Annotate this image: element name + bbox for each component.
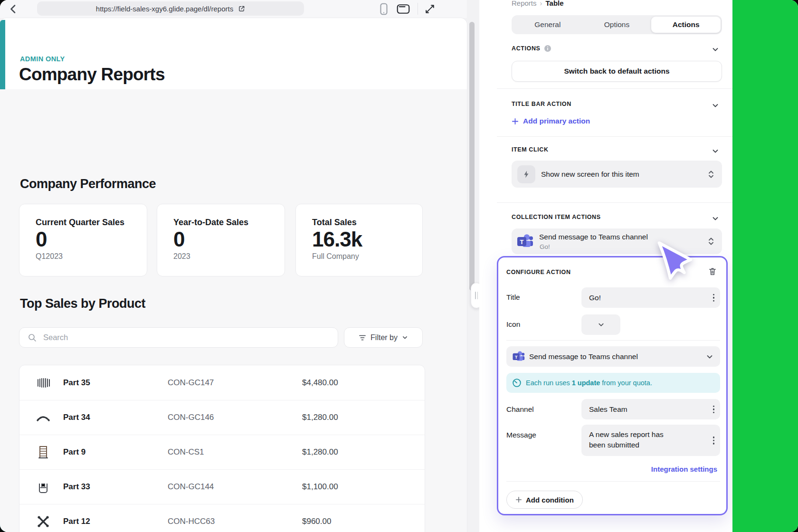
search-input[interactable] xyxy=(42,332,308,342)
quota-banner: Each run uses 1 update from your quota. xyxy=(506,373,720,393)
phone-preview-button[interactable] xyxy=(380,3,388,15)
search-bar[interactable] xyxy=(19,327,338,348)
teams-logo-icon: T xyxy=(512,350,525,363)
configure-action-label: CONFIGURE ACTION xyxy=(506,269,571,276)
product-name: Part 35 xyxy=(63,378,90,388)
app-window: https://field-sales-xgy6.glide.page/dl/r… xyxy=(0,0,798,532)
table-row[interactable]: Part 9 CON-CS1 $1,280.00 xyxy=(19,435,425,469)
plus-icon xyxy=(515,496,522,503)
info-icon[interactable] xyxy=(544,45,551,52)
quota-prefix: Each run uses xyxy=(526,379,570,387)
kpi-card-ytd: Year-to-Date Sales 0 2023 xyxy=(157,204,285,276)
filter-by-label: Filter by xyxy=(370,333,398,342)
phone-icon xyxy=(380,3,388,15)
title-bar-action-label: TITLE BAR ACTION xyxy=(512,101,571,107)
url-bar[interactable]: https://field-sales-xgy6.glide.page/dl/r… xyxy=(37,1,304,16)
product-thumb-rack-icon xyxy=(34,443,53,462)
table-row[interactable]: Part 35 CON-GC147 $4,480.00 xyxy=(19,365,425,400)
open-external-icon[interactable] xyxy=(238,5,245,12)
integration-select[interactable]: T Send message to Teams channel xyxy=(506,346,720,367)
product-name: Part 12 xyxy=(63,517,90,526)
expand-icon xyxy=(424,3,436,15)
kpi-title: Year-to-Date Sales xyxy=(173,218,285,228)
collection-action-subtitle: Go! xyxy=(540,243,550,250)
icon-dropdown[interactable] xyxy=(581,314,620,335)
item-click-collapse-chevron-icon[interactable] xyxy=(712,147,719,155)
kebab-menu-icon[interactable] xyxy=(713,405,715,413)
add-condition-button[interactable]: Add condition xyxy=(506,491,583,509)
page-title: Company Reports xyxy=(19,65,165,85)
icon-field-label: Icon xyxy=(506,320,520,329)
add-primary-action-button[interactable]: Add primary action xyxy=(512,117,590,125)
product-price: $4,480.00 xyxy=(302,378,338,388)
title-field-value: Go! xyxy=(589,294,601,302)
plus-icon xyxy=(512,118,519,125)
configure-action-panel: CONFIGURE ACTION Title Go! Icon T Send m… xyxy=(497,256,728,515)
item-click-action-select[interactable]: Show new screen for this item xyxy=(512,161,722,188)
admin-only-label: ADMIN ONLY xyxy=(20,55,65,63)
performance-heading: Company Performance xyxy=(20,177,156,191)
back-button[interactable] xyxy=(8,3,19,15)
product-thumb-container-icon xyxy=(34,477,53,496)
svg-text:T: T xyxy=(515,354,518,360)
product-sku: CON-GC147 xyxy=(168,378,214,388)
quota-suffix: from your quota. xyxy=(602,379,652,387)
integration-settings-link[interactable]: Integration settings xyxy=(651,465,717,473)
kebab-menu-icon[interactable] xyxy=(713,437,715,445)
switch-default-actions-button[interactable]: Switch back to default actions xyxy=(512,61,722,82)
kpi-title: Current Quarter Sales xyxy=(36,218,147,228)
title-bar-action-collapse-chevron-icon[interactable] xyxy=(712,102,719,109)
actions-collapse-chevron-icon[interactable] xyxy=(712,46,719,53)
preview-body: Company Performance Current Quarter Sale… xyxy=(0,89,467,532)
desktop-backdrop xyxy=(732,0,798,532)
kpi-caption: Q12023 xyxy=(36,252,147,261)
desktop-preview-button[interactable] xyxy=(397,4,410,14)
kpi-value: 0 xyxy=(173,228,285,251)
breadcrumb-current: Table xyxy=(546,0,564,7)
tab-options[interactable]: Options xyxy=(582,17,652,33)
product-thumb-cross-wrench-icon xyxy=(34,512,53,531)
preview-vertical-scrollbar[interactable] xyxy=(469,22,475,291)
collection-item-actions-collapse-chevron-icon[interactable] xyxy=(712,215,719,222)
top-sales-table: Part 35 CON-GC147 $4,480.00 Part 34 CON-… xyxy=(19,365,425,532)
tab-actions[interactable]: Actions xyxy=(651,17,721,33)
message-field[interactable]: A new sales report has been submitted xyxy=(581,425,720,456)
product-sku: CON-GC146 xyxy=(168,413,214,422)
product-sku: CON-HCC63 xyxy=(168,517,215,526)
title-bar-action-header: TITLE BAR ACTION xyxy=(512,101,571,107)
quota-amount: 1 update xyxy=(572,379,600,387)
table-row[interactable]: Part 34 CON-GC146 $1,280.00 xyxy=(19,400,425,435)
kpi-card-current-quarter: Current Quarter Sales 0 Q12023 xyxy=(19,204,147,276)
add-condition-label: Add condition xyxy=(526,496,574,504)
kpi-value: 0 xyxy=(36,228,147,251)
title-field-label: Title xyxy=(506,293,520,302)
kpi-title: Total Sales xyxy=(312,218,422,228)
tab-general[interactable]: General xyxy=(513,17,582,33)
add-primary-action-label: Add primary action xyxy=(523,117,590,125)
product-price: $1,100.00 xyxy=(302,482,338,492)
lightning-icon xyxy=(517,165,535,183)
title-field[interactable]: Go! xyxy=(581,287,720,308)
back-chevron-icon xyxy=(8,3,19,15)
browser-chrome: https://field-sales-xgy6.glide.page/dl/r… xyxy=(0,0,467,18)
kebab-menu-icon[interactable] xyxy=(713,294,715,302)
table-row[interactable]: Part 33 CON-GC144 $1,100.00 xyxy=(19,469,425,504)
breadcrumb-parent[interactable]: Reports xyxy=(512,0,537,7)
fullscreen-button[interactable] xyxy=(424,3,436,15)
kpi-caption: Full Company xyxy=(312,252,422,261)
product-thumb-arc-icon xyxy=(34,408,53,427)
chevron-down-icon xyxy=(598,321,605,328)
table-row[interactable]: Part 12 CON-HCC63 $960.00 xyxy=(19,504,425,532)
product-sku: CON-GC144 xyxy=(168,482,214,492)
collection-item-actions-header: COLLECTION ITEM ACTIONS xyxy=(512,214,601,220)
channel-field-label: Channel xyxy=(506,405,534,414)
channel-field[interactable]: Sales Team xyxy=(581,399,720,419)
delete-action-button[interactable] xyxy=(708,267,717,276)
actions-section-header: ACTIONS xyxy=(512,45,551,52)
product-name: Part 34 xyxy=(63,413,90,422)
product-thumb-pins-icon xyxy=(34,373,53,392)
filter-by-button[interactable]: Filter by xyxy=(344,327,423,348)
kpi-caption: 2023 xyxy=(173,252,285,261)
item-click-label: ITEM CLICK xyxy=(512,146,549,153)
teams-logo-icon: T xyxy=(516,233,533,250)
